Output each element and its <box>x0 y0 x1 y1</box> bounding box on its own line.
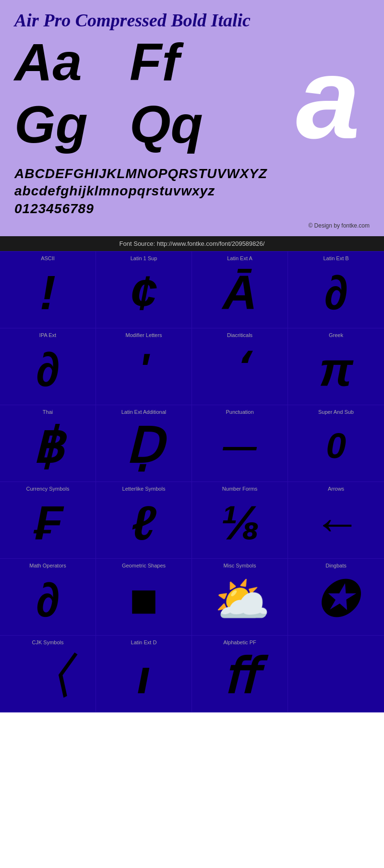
glyph-char: ! <box>40 264 56 321</box>
glyph-char: ∂ <box>324 264 348 321</box>
glyph-label: Latin Ext D <box>131 639 157 645</box>
letter-pair-gg: Gg <box>14 98 130 160</box>
glyph-cell-ascii: ASCII ! <box>0 252 96 328</box>
glyph-cell-currencysymbols: Currency Symbols ₣ <box>0 482 96 559</box>
glyph-cell-punctuation: Punctuation — <box>192 405 288 482</box>
glyph-label: Latin Ext B <box>323 255 348 261</box>
glyph-char: ' <box>139 340 149 398</box>
glyph-char: ฿ <box>33 417 63 474</box>
glyph-label: Dingbats <box>325 563 346 568</box>
font-title: Air Pro Compressed Bold Italic <box>14 10 370 31</box>
glyph-char: ← <box>312 494 360 551</box>
glyph-char: ⛅ <box>210 571 270 628</box>
glyph-cell-greek: Greek π <box>288 328 384 405</box>
glyph-label: Letterlike Symbols <box>122 486 166 492</box>
glyph-cell-diacriticals: Diacriticals ʻ <box>192 328 288 405</box>
glyph-label: Diacriticals <box>227 332 252 338</box>
glyph-label: ASCII <box>41 255 55 261</box>
glyph-char: ✪ <box>316 571 356 628</box>
glyph-char: ⅛ <box>220 494 260 551</box>
glyph-label: Math Operators <box>29 563 66 568</box>
glyph-char: ∂ <box>36 571 60 628</box>
letter-pair-qq: Qq <box>130 98 245 160</box>
glyph-cell-empty <box>288 636 384 712</box>
glyph-label: Thai <box>43 409 53 415</box>
glyph-label: Punctuation <box>226 409 253 415</box>
glyph-char: 〈 <box>24 648 72 705</box>
alphabet-upper: ABCDEFGHIJKLMNOPQRSTUVWXYZ <box>14 165 370 182</box>
glyph-char: ■ <box>129 571 158 628</box>
glyph-label: Number Forms <box>222 486 257 492</box>
source-text: Font Source: http://www.fontke.com/font/… <box>120 240 265 247</box>
digits-line: 0123456789 <box>14 200 370 217</box>
letter-pair-ff: Ff <box>130 36 245 98</box>
glyph-cell-ipaext: IPA Ext ∂ <box>0 328 96 405</box>
glyph-cell-latinextb: Latin Ext B ∂ <box>288 252 384 328</box>
glyph-grid: ASCII ! Latin 1 Sup ¢ Latin Ext A Ā Lati… <box>0 251 384 712</box>
glyph-cell-latinexta: Latin Ext A Ā <box>192 252 288 328</box>
glyph-char: ¢ <box>131 264 157 321</box>
glyph-label: CJK Symbols <box>32 639 63 645</box>
glyph-char: ʻ <box>233 340 247 398</box>
glyph-cell-cjksymbols: CJK Symbols 〈 <box>0 636 96 712</box>
glyph-cell-modifierletters: Modifier Letters ' <box>96 328 192 405</box>
glyph-cell-latin1sup: Latin 1 Sup ¢ <box>96 252 192 328</box>
glyph-cell-thai: Thai ฿ <box>0 405 96 482</box>
glyph-label: Latin Ext A <box>227 255 252 261</box>
glyph-label: Arrows <box>328 486 344 492</box>
glyph-char: ℓ <box>132 494 156 551</box>
glyph-label: Misc Symbols <box>224 563 256 568</box>
glyph-cell-latinextd: Latin Ext D ı <box>96 636 192 712</box>
glyph-label: Alphabetic PF <box>223 639 256 645</box>
glyph-cell-latinextadd: Latin Ext Additional Ḍ <box>96 405 192 482</box>
glyph-cell-miscsymbols: Misc Symbols ⛅ <box>192 559 288 636</box>
glyph-label: Modifier Letters <box>126 332 162 338</box>
glyph-label: IPA Ext <box>39 332 56 338</box>
glyph-label: Currency Symbols <box>26 486 70 492</box>
glyph-cell-alphabeticpf: Alphabetic PF ﬀ <box>192 636 288 712</box>
glyph-cell-letterlike: Letterlike Symbols ℓ <box>96 482 192 559</box>
glyph-label: Latin 1 Sup <box>131 255 157 261</box>
alphabet-lower: abcdefghijklmnopqrstuvwxyz <box>14 182 370 200</box>
glyph-cell-dingbats: Dingbats ✪ <box>288 559 384 636</box>
glyph-cell-mathoperators: Math Operators ∂ <box>0 559 96 636</box>
glyph-char: Ā <box>222 264 257 321</box>
glyph-cell-arrows: Arrows ← <box>288 482 384 559</box>
glyph-label: Super And Sub <box>318 409 354 415</box>
glyph-char: ı <box>137 648 151 705</box>
glyph-char: 0 <box>326 417 346 474</box>
letter-pair-aa: Aa <box>14 36 130 98</box>
alphabet-section: ABCDEFGHIJKLMNOPQRSTUVWXYZ abcdefghijklm… <box>14 160 370 220</box>
glyph-char: π <box>319 340 353 398</box>
glyph-section: ASCII ! Latin 1 Sup ¢ Latin Ext A Ā Lati… <box>0 251 384 712</box>
header-section: Air Pro Compressed Bold Italic Aa Ff Gg … <box>0 0 384 236</box>
glyph-label: Latin Ext Additional <box>121 409 167 415</box>
source-bar: Font Source: http://www.fontke.com/font/… <box>0 236 384 251</box>
large-letter-display: a <box>245 36 370 160</box>
glyph-char: — <box>223 417 257 474</box>
glyph-cell-geometricshapes: Geometric Shapes ■ <box>96 559 192 636</box>
glyph-char: ∂ <box>36 340 60 398</box>
glyph-char: Ḍ <box>125 417 162 474</box>
glyph-char: ₣ <box>35 494 61 551</box>
glyph-label: Geometric Shapes <box>122 563 166 568</box>
copyright: © Design by fontke.com <box>14 220 370 231</box>
glyph-label: Greek <box>329 332 343 338</box>
glyph-cell-superandsub: Super And Sub 0 <box>288 405 384 482</box>
glyph-cell-numberforms: Number Forms ⅛ <box>192 482 288 559</box>
glyph-char: ﬀ <box>223 648 256 705</box>
